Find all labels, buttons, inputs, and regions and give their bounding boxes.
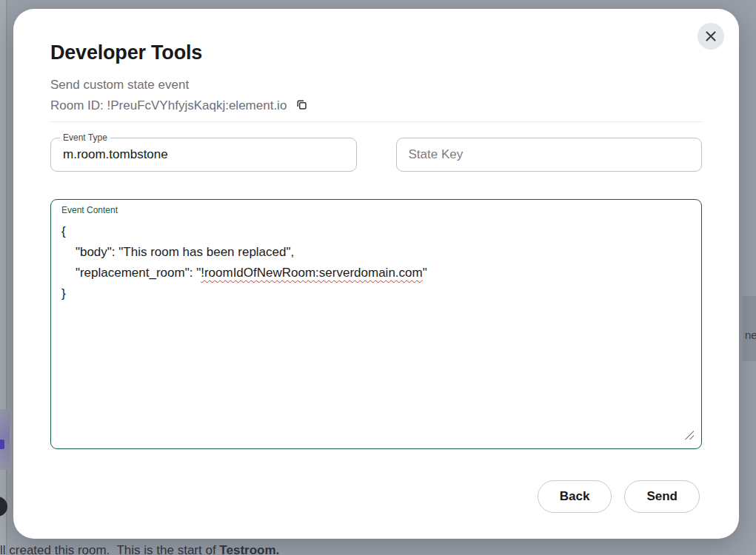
dialog-title: Developer Tools [50,41,702,65]
json-replacement-suffix: " [423,266,427,280]
background-right-text-fragment: ne [745,329,756,341]
textarea-resize-handle[interactable] [684,430,694,440]
event-content-json: { "body": "This room has been replaced",… [61,221,691,304]
state-key-field [396,138,703,172]
background-room-name: Testroom. [219,543,279,555]
json-replacement-room-id: !roomIdOfNewRoom:serverdomain.com [201,266,422,280]
dialog-subtitle: Send custom state event [50,75,702,95]
json-replacement-prefix: "replacement_room": " [61,266,201,280]
json-line-close: } [61,283,691,304]
developer-tools-dialog: Developer Tools Send custom state event … [13,9,739,539]
state-key-input[interactable] [397,138,702,171]
event-type-label: Event Type [60,132,110,144]
background-space-indicator [0,440,4,449]
header-divider [50,121,702,122]
close-button[interactable] [698,23,724,50]
close-icon [704,30,717,43]
room-id-text: Room ID: !PreuFcVYhfyjsKaqkj:element.io [50,95,287,116]
background-room-intro-text: ll created this room. This is the start … [0,543,756,555]
background-room-intro-prefix: ll created this room. This is the start … [0,543,219,555]
send-button[interactable]: Send [624,480,700,513]
background-sidebar-edge [0,0,7,555]
json-line-open: { [61,221,691,242]
event-content-label: Event Content [61,204,691,216]
json-line-replacement: "replacement_room": "!roomIdOfNewRoom:se… [61,263,691,283]
json-line-body: "body": "This room has been replaced", [61,242,691,263]
copy-room-id-button[interactable] [294,97,310,115]
back-button[interactable]: Back [538,480,612,513]
event-content-textarea[interactable]: Event Content { "body": "This room has b… [50,199,702,449]
event-type-field: Event Type [50,138,357,172]
copy-icon [295,98,308,113]
